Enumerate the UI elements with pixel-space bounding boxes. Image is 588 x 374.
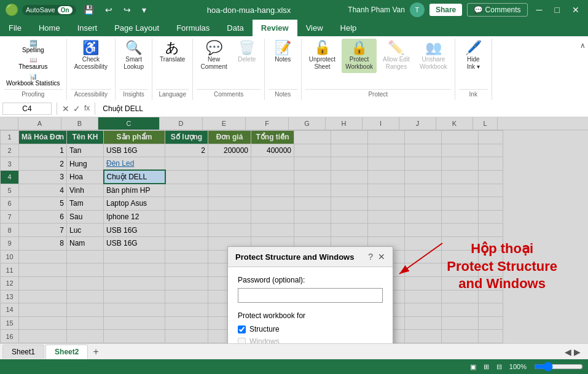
language-label: Language [156,89,189,98]
structure-checkbox[interactable] [238,325,246,333]
cell-reference[interactable] [2,103,52,115]
spelling-button[interactable]: 🔤 Spelling [4,39,63,55]
ribbon-tabs: File Home Insert Page Layout Formulas Da… [0,20,588,36]
formula-bar: ✕ ✓ fx [0,100,588,117]
dialog-title-bar: Protect Structure and Windows ? ✕ [228,247,393,267]
formula-divider2 [95,103,95,115]
page-break-icon[interactable]: ⊟ [496,363,502,371]
notes-items: 📝 Notes [269,39,296,88]
sheet-tab-sheet1[interactable]: Sheet1 [2,345,44,359]
zoom-level: 100% [509,363,527,370]
close-button[interactable]: ✕ [568,4,583,16]
status-bar: ▣ ⊞ ⊟ 100% [0,359,588,374]
hide-ink-button[interactable]: 🖊️ HideInk ▾ [460,39,487,73]
avatar: T [410,2,425,17]
collapse-ribbon[interactable]: ∧ [578,39,588,100]
tab-view[interactable]: View [297,20,332,36]
tab-insert[interactable]: Insert [69,20,106,36]
unprotect-sheet-button[interactable]: 🔓 UnprotectSheet [305,39,339,73]
bottom-bar: Sheet1 Sheet2 + ◀ ▶ ▣ ⊞ ⊟ 100% [0,343,588,374]
ink-items: 🖊️ HideInk ▾ [460,39,487,88]
structure-label: Structure [249,325,280,333]
proofing-label: Proofing [4,89,63,98]
scroll-left-icon[interactable]: ◀ [565,347,571,357]
unshare-workbook-button[interactable]: 👥 UnshareWorkbook [416,39,451,73]
ribbon-content: 🔤 Spelling 📖 Thesaurus 📊 Workbook Statis… [0,36,588,100]
protect-workbook-button[interactable]: 🔒 ProtectWorkbook [342,39,377,73]
notes-icon: 📝 [275,41,291,55]
ink-label: Ink [459,89,488,98]
title-bar: 🟢 AutoSave On 💾 ↩ ↪ ▾ hoa-don-mua-hang.x… [0,0,588,20]
status-right: ▣ ⊞ ⊟ 100% [470,362,583,372]
autosave-toggle[interactable]: AutoSave On [22,5,76,15]
protect-label: Protect [305,89,451,98]
share-button[interactable]: Share [429,4,462,16]
dialog-help-icon[interactable]: ? [368,252,373,262]
tab-formulas[interactable]: Formulas [168,20,218,36]
redo-button[interactable]: ↪ [120,4,135,16]
group-insights: 🔍 SmartLookup Insights [116,39,152,100]
sheet-nav: ◀ ▶ [565,347,586,357]
windows-checkbox[interactable] [238,338,246,344]
group-comments: 💬 NewComment 🗑️ Delete Comments [193,39,264,100]
translate-button[interactable]: あ Translate [156,39,189,66]
tab-data[interactable]: Data [218,20,252,36]
page-layout-icon[interactable]: ⊞ [484,363,489,371]
cancel-formula-icon[interactable]: ✕ [62,104,69,114]
autosave-state: On [58,6,73,14]
annotation-text: Hộp thoạiProtect Structureand Windows [447,240,557,293]
insert-function-icon[interactable]: fx [84,104,90,114]
accessibility-label: Accessibility [71,89,111,98]
tab-home[interactable]: Home [30,20,69,36]
notes-label: Notes [269,89,297,98]
zoom-slider[interactable] [534,362,583,372]
password-input[interactable] [238,288,383,303]
dropdown-button[interactable]: ▾ [138,4,150,16]
protect-workbook-icon: 🔒 [351,41,367,55]
group-protect: 🔓 UnprotectSheet 🔒 ProtectWorkbook ✏️ Al… [302,39,455,100]
unprotect-sheet-icon: 🔓 [314,41,331,55]
check-accessibility-button[interactable]: ♿ CheckAccessibility [71,39,111,73]
excel-logo: 🟢 [5,3,18,17]
sheet-tab-sheet2[interactable]: Sheet2 [45,345,88,359]
undo-button[interactable]: ↩ [101,4,116,16]
smart-lookup-button[interactable]: 🔍 SmartLookup [120,39,147,73]
windows-checkbox-row: Windows [238,337,383,343]
accessibility-icon: ♿ [82,41,99,55]
language-items: あ Translate [156,39,189,88]
unshare-icon: 👥 [425,41,442,55]
comments-button[interactable]: 💬 Comments [467,3,527,17]
sheet-tabs: Sheet1 Sheet2 + ◀ ▶ [0,343,588,359]
new-comment-button[interactable]: 💬 NewComment [197,39,230,73]
confirm-formula-icon[interactable]: ✓ [73,104,80,114]
allow-edit-ranges-button[interactable]: ✏️ Allow EditRanges [379,39,414,73]
tab-file[interactable]: File [0,20,30,36]
dialog-body: Password (optional): Protect workbook fo… [228,267,393,343]
hide-ink-icon: 🖊️ [465,41,482,55]
thesaurus-button[interactable]: 📖 Thesaurus [4,55,63,71]
title-bar-right: Thanh Pham Van T Share 💬 Comments ─ □ ✕ [348,2,583,17]
delete-comment-button[interactable]: 🗑️ Delete [233,39,261,66]
dialog-close-icon[interactable]: ✕ [378,252,385,262]
notes-button[interactable]: 📝 Notes [269,39,296,66]
save-button[interactable]: 💾 [80,4,98,16]
group-proofing: 🔤 Spelling 📖 Thesaurus 📊 Workbook Statis… [0,39,67,100]
add-sheet-button[interactable]: + [89,346,102,357]
tab-page-layout[interactable]: Page Layout [106,20,168,36]
maximize-button[interactable]: □ [551,4,563,16]
comments-items: 💬 NewComment 🗑️ Delete [197,39,260,88]
scroll-right-icon[interactable]: ▶ [574,347,581,357]
protect-items: 🔓 UnprotectSheet 🔒 ProtectWorkbook ✏️ Al… [305,39,451,88]
minimize-button[interactable]: ─ [533,4,546,16]
group-language: あ Translate Language [152,39,193,100]
filename: hoa-don-mua-hang.xlsx [207,6,291,15]
formula-input[interactable] [100,103,586,114]
protect-dialog: Protect Structure and Windows ? ✕ Passwo… [227,246,393,343]
workbook-statistics-button[interactable]: 📊 Workbook Statistics [4,72,63,88]
tab-help[interactable]: Help [332,20,366,36]
normal-view-icon[interactable]: ▣ [470,363,476,371]
group-notes: 📝 Notes Notes [265,39,302,100]
insights-items: 🔍 SmartLookup [120,39,147,88]
insights-label: Insights [119,89,148,98]
tab-review[interactable]: Review [253,20,297,36]
